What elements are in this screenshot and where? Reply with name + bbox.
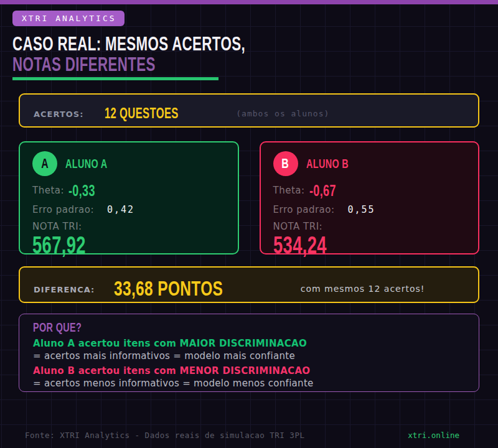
student-b-avatar: B bbox=[273, 151, 298, 176]
explanation-panel: POR QUE? Aluno A acertou itens com MAIOR… bbox=[19, 314, 479, 392]
theta-label: Theta: bbox=[32, 185, 68, 196]
erro-label: Erro padrao: bbox=[273, 204, 348, 215]
student-a-header: A ALUNO A bbox=[32, 151, 225, 176]
explanation-item-a-headline: Aluno A acertou itens com MAIOR DISCRIMI… bbox=[33, 337, 465, 350]
footer-site-link[interactable]: xtri.online bbox=[408, 431, 459, 440]
student-a-name: ALUNO A bbox=[65, 157, 108, 171]
explanation-item-b-detail: = acertos menos informativos = modelo me… bbox=[33, 377, 465, 390]
erro-label: Erro padrao: bbox=[32, 204, 107, 215]
student-b-erro-value: 0,55 bbox=[348, 204, 375, 215]
explanation-item-b-headline: Aluno B acertou itens com MENOR DISCRIMI… bbox=[33, 365, 465, 377]
nota-label: NOTA TRI: bbox=[32, 221, 82, 232]
student-a-nota-value: 567,92 bbox=[32, 232, 86, 258]
diferenca-label: DIFERENCA: bbox=[34, 285, 95, 294]
student-b-nota-label-row: NOTA TRI: bbox=[273, 221, 466, 232]
student-b-nota-row: 534,24 bbox=[273, 232, 466, 258]
student-a-nota-row: 567,92 bbox=[32, 232, 225, 258]
student-b-nota-value: 534,24 bbox=[273, 232, 327, 258]
nota-label: NOTA TRI: bbox=[273, 221, 323, 232]
acertos-note: (ambos os alunos) bbox=[236, 109, 329, 118]
footer: Fonte: XTRI Analytics - Dados reais de s… bbox=[25, 431, 473, 440]
theta-label: Theta: bbox=[273, 185, 309, 196]
diferenca-note: com mesmos 12 acertos! bbox=[301, 284, 425, 294]
acertos-panel: ACERTOS: 12 QUESTOES (ambos os alunos) bbox=[19, 93, 479, 128]
student-a-theta-value: -0,33 bbox=[68, 182, 95, 200]
student-card-a: A ALUNO A Theta: -0,33 Erro padrao: 0,42… bbox=[19, 141, 239, 254]
footer-source-text: Fonte: XTRI Analytics - Dados reais de s… bbox=[25, 431, 304, 440]
brand-badge: XTRI ANALYTICS bbox=[12, 11, 125, 26]
student-b-theta-value: -0,67 bbox=[309, 182, 336, 200]
student-b-name: ALUNO B bbox=[306, 157, 349, 171]
title-line-2: NOTAS DIFERENTES bbox=[12, 55, 156, 75]
student-b-avatar-letter: B bbox=[282, 156, 289, 172]
title-underline bbox=[12, 77, 218, 80]
student-a-avatar-letter: A bbox=[41, 156, 49, 172]
page-title: CASO REAL: MESMOS ACERTOS, NOTAS DIFEREN… bbox=[12, 34, 486, 75]
student-cards-row: A ALUNO A Theta: -0,33 Erro padrao: 0,42… bbox=[19, 141, 479, 254]
student-a-avatar: A bbox=[32, 151, 57, 176]
title-line-1: CASO REAL: MESMOS ACERTOS, bbox=[12, 34, 245, 54]
explanation-item-a-detail: = acertos mais informativos = modelo mai… bbox=[33, 350, 465, 362]
student-b-header: B ALUNO B bbox=[273, 151, 466, 176]
acertos-value: 12 QUESTOES bbox=[105, 105, 179, 122]
student-a-nota-label-row: NOTA TRI: bbox=[32, 221, 225, 232]
diferenca-panel: DIFERENCA: 33,68 PONTOS com mesmos 12 ac… bbox=[19, 266, 479, 303]
student-b-theta-row: Theta: -0,67 bbox=[273, 181, 466, 200]
acertos-label: ACERTOS: bbox=[34, 110, 83, 119]
student-a-theta-row: Theta: -0,33 bbox=[32, 181, 225, 200]
student-card-b: B ALUNO B Theta: -0,67 Erro padrao: 0,55… bbox=[260, 141, 480, 254]
student-a-erro-value: 0,42 bbox=[107, 204, 134, 215]
top-accent-bar bbox=[0, 0, 498, 4]
diferenca-value: 33,68 PONTOS bbox=[114, 276, 223, 301]
student-a-erro-row: Erro padrao: 0,42 bbox=[32, 203, 225, 217]
page-content: XTRI ANALYTICS CASO REAL: MESMOS ACERTOS… bbox=[0, 4, 498, 392]
student-b-erro-row: Erro padrao: 0,55 bbox=[273, 203, 466, 217]
explanation-title: POR QUE? bbox=[33, 321, 82, 334]
